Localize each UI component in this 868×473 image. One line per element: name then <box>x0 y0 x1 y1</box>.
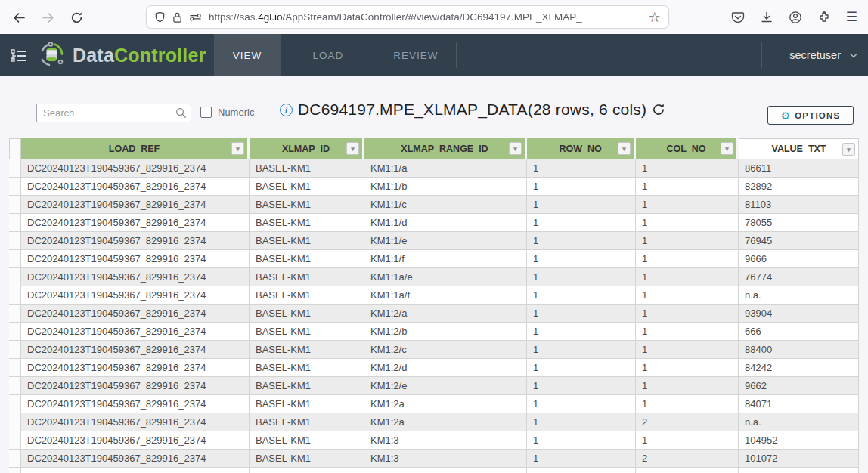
cell-value-txt[interactable]: 93904 <box>739 305 859 322</box>
row-selector[interactable] <box>9 232 21 249</box>
cell-col-no[interactable]: 1 <box>636 323 739 340</box>
filter-button[interactable]: ▾ <box>509 142 522 155</box>
cell-row-no[interactable]: 1 <box>527 196 636 213</box>
cell-value-txt[interactable]: 101072 <box>739 450 859 467</box>
header-row-no[interactable]: ROW_NO▾ <box>527 138 636 159</box>
cell-xlmap-id[interactable]: BASEL-KM1 <box>250 413 364 431</box>
cell-load-ref[interactable]: DC20240123T190459367_829916_2374 <box>21 196 250 213</box>
table-row[interactable]: DC20240123T190459367_829916_2374 BASEL-K… <box>9 196 859 214</box>
cell-col-no[interactable]: 1 <box>636 268 739 286</box>
forward-button[interactable] <box>36 6 59 29</box>
cell-col-no[interactable]: 1 <box>636 250 739 267</box>
cell-xlmap-range-id[interactable]: KM1:3 <box>364 450 527 467</box>
tab-view[interactable]: VIEW <box>214 34 281 76</box>
url-text[interactable]: https://sas.4gl.io/AppStream/DataControl… <box>209 11 642 23</box>
back-button[interactable] <box>8 6 30 29</box>
cell-xlmap-id[interactable]: BASEL-KM1 <box>250 359 364 376</box>
cell-xlmap-id[interactable]: BASEL-KM1 <box>250 468 364 473</box>
cell-col-no[interactable]: 1 <box>636 178 739 195</box>
cell-row-no[interactable]: 1 <box>527 395 636 413</box>
cell-xlmap-range-id[interactable]: KM1:2/c <box>364 341 527 358</box>
cell-load-ref[interactable]: DC20240123T190459367_829916_2374 <box>21 250 250 267</box>
cell-value-txt[interactable]: 82892 <box>739 178 859 195</box>
cell-row-no[interactable]: 1 <box>527 250 636 267</box>
cell-xlmap-range-id[interactable]: KM1:3 <box>364 468 527 473</box>
cell-xlmap-id[interactable]: BASEL-KM1 <box>250 377 364 394</box>
cell-xlmap-id[interactable]: BASEL-KM1 <box>250 268 364 286</box>
cell-col-no[interactable]: 3 <box>636 468 739 473</box>
cell-xlmap-id[interactable]: BASEL-KM1 <box>250 450 364 467</box>
numeric-checkbox[interactable] <box>200 107 212 118</box>
row-selector[interactable] <box>9 359 21 376</box>
downloads-icon[interactable] <box>760 11 773 24</box>
header-col-no[interactable]: COL_NO▾ <box>636 138 739 159</box>
cell-value-txt[interactable]: 88400 <box>739 341 859 358</box>
cell-load-ref[interactable]: DC20240123T190459367_829916_2374 <box>21 395 250 413</box>
cell-xlmap-id[interactable]: BASEL-KM1 <box>250 286 364 304</box>
cell-value-txt[interactable]: 9666 <box>739 250 859 267</box>
extensions-puzzle-icon[interactable] <box>817 11 831 24</box>
cell-xlmap-id[interactable]: BASEL-KM1 <box>250 323 364 340</box>
cell-xlmap-range-id[interactable]: KM1:2a <box>364 395 527 413</box>
reload-button[interactable] <box>65 6 88 29</box>
cell-row-no[interactable]: 1 <box>527 268 636 286</box>
cell-value-txt[interactable]: 104952 <box>739 431 859 449</box>
cell-value-txt[interactable]: 86611 <box>739 159 859 177</box>
header-xlmap-id[interactable]: XLMAP_ID▾ <box>250 138 364 159</box>
cell-load-ref[interactable]: DC20240123T190459367_829916_2374 <box>21 413 250 431</box>
row-selector[interactable] <box>9 395 21 413</box>
cell-col-no[interactable]: 1 <box>636 395 739 413</box>
cell-load-ref[interactable]: DC20240123T190459367_829916_2374 <box>21 268 250 286</box>
cell-xlmap-range-id[interactable]: KM1:1/e <box>364 232 527 249</box>
table-row[interactable]: DC20240123T190459367_829916_2374 BASEL-K… <box>9 395 859 413</box>
cell-load-ref[interactable]: DC20240123T190459367_829916_2374 <box>21 341 250 358</box>
tab-load[interactable]: LOAD <box>295 34 361 76</box>
filter-button[interactable]: ▾ <box>618 142 631 155</box>
table-row[interactable]: DC20240123T190459367_829916_2374 BASEL-K… <box>9 159 859 178</box>
cell-row-no[interactable]: 1 <box>527 159 636 177</box>
table-row[interactable]: DC20240123T190459367_829916_2374 BASEL-K… <box>9 450 859 468</box>
row-selector[interactable] <box>9 250 21 267</box>
cell-load-ref[interactable]: DC20240123T190459367_829916_2374 <box>21 359 250 376</box>
cell-load-ref[interactable]: DC20240123T190459367_829916_2374 <box>21 286 250 304</box>
table-row[interactable]: DC20240123T190459367_829916_2374 BASEL-K… <box>9 468 859 473</box>
cell-value-txt[interactable]: n.a. <box>739 286 859 304</box>
cell-value-txt[interactable]: 9662 <box>739 377 859 394</box>
cell-xlmap-range-id[interactable]: KM1:1/c <box>364 196 527 213</box>
cell-xlmap-range-id[interactable]: KM1:2/d <box>364 359 527 376</box>
table-row[interactable]: DC20240123T190459367_829916_2374 BASEL-K… <box>9 178 859 196</box>
row-selector[interactable] <box>9 450 21 467</box>
cell-load-ref[interactable]: DC20240123T190459367_829916_2374 <box>21 468 250 473</box>
cell-xlmap-id[interactable]: BASEL-KM1 <box>250 214 364 231</box>
cell-load-ref[interactable]: DC20240123T190459367_829916_2374 <box>21 431 250 449</box>
table-row[interactable]: DC20240123T190459367_829916_2374 BASEL-K… <box>9 413 859 431</box>
cell-value-txt[interactable]: 84071 <box>739 395 859 413</box>
row-selector[interactable] <box>9 341 21 358</box>
cell-value-txt[interactable]: 78055 <box>739 214 859 231</box>
url-bar[interactable]: https://sas.4gl.io/AppStream/DataControl… <box>146 5 669 29</box>
cell-value-txt[interactable]: n.a. <box>739 413 859 431</box>
cell-load-ref[interactable]: DC20240123T190459367_829916_2374 <box>21 178 250 195</box>
options-button[interactable]: ⚙ OPTIONS <box>767 106 854 125</box>
cell-xlmap-range-id[interactable]: KM1:2/e <box>364 377 527 394</box>
nav-tree-button[interactable] <box>9 46 29 66</box>
cell-value-txt[interactable]: 666 <box>739 323 859 340</box>
row-selector[interactable] <box>9 214 21 231</box>
cell-xlmap-id[interactable]: BASEL-KM1 <box>250 178 364 195</box>
cell-xlmap-range-id[interactable]: KM1:2/b <box>364 323 527 340</box>
cell-row-no[interactable]: 1 <box>527 413 636 431</box>
cell-value-txt[interactable]: 81103 <box>739 196 859 213</box>
cell-col-no[interactable]: 1 <box>636 232 739 249</box>
cell-xlmap-id[interactable]: BASEL-KM1 <box>250 196 364 213</box>
cell-col-no[interactable]: 1 <box>636 214 739 231</box>
cell-row-no[interactable]: 1 <box>527 468 636 473</box>
cell-xlmap-id[interactable]: BASEL-KM1 <box>250 431 364 449</box>
table-row[interactable]: DC20240123T190459367_829916_2374 BASEL-K… <box>9 359 859 377</box>
cell-value-txt[interactable]: 98548 <box>739 468 859 473</box>
cell-xlmap-range-id[interactable]: KM1:1/f <box>364 250 527 267</box>
cell-col-no[interactable]: 1 <box>636 196 739 213</box>
cell-row-no[interactable]: 1 <box>527 359 636 376</box>
cell-value-txt[interactable]: 84242 <box>739 359 859 376</box>
cell-xlmap-id[interactable]: BASEL-KM1 <box>250 305 364 322</box>
tab-review[interactable]: REVIEW <box>383 34 449 76</box>
